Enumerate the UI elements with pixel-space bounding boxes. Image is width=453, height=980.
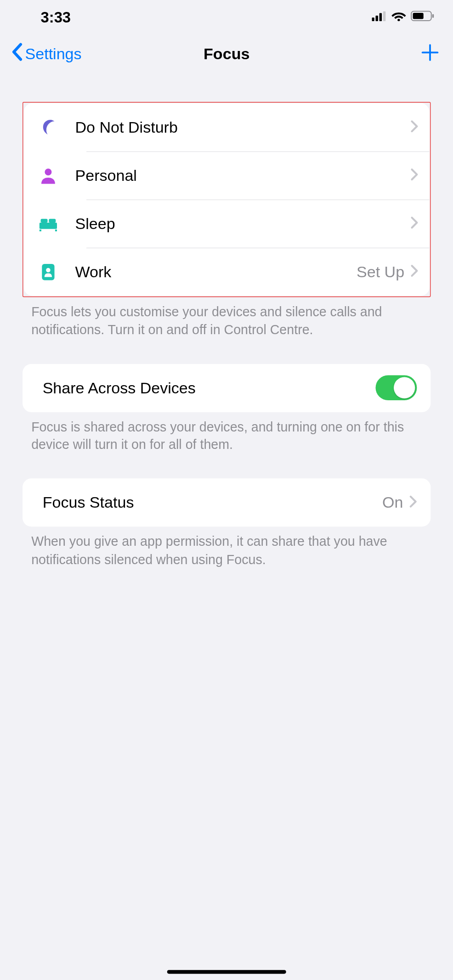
chevron-right-icon bbox=[411, 120, 418, 135]
status-bar: 3:33 bbox=[0, 0, 453, 34]
wifi-icon bbox=[391, 11, 407, 24]
svg-point-17 bbox=[46, 268, 51, 272]
badge-icon bbox=[33, 263, 64, 281]
svg-rect-15 bbox=[55, 229, 57, 231]
share-label: Share Across Devices bbox=[43, 379, 376, 397]
focus-status-row[interactable]: Focus Status On bbox=[23, 479, 430, 527]
svg-rect-0 bbox=[372, 17, 374, 21]
svg-rect-6 bbox=[413, 13, 424, 19]
back-label: Settings bbox=[25, 45, 82, 63]
add-button[interactable] bbox=[421, 43, 440, 64]
list-item-label: Work bbox=[75, 263, 357, 281]
status-icons bbox=[372, 11, 434, 24]
svg-rect-13 bbox=[49, 218, 56, 222]
home-indicator[interactable] bbox=[167, 970, 286, 974]
nav-bar: Settings Focus bbox=[0, 34, 453, 73]
list-item-value: Set Up bbox=[357, 263, 404, 281]
focus-status-footer: When you give an app permission, it can … bbox=[23, 527, 430, 569]
share-across-devices-row: Share Across Devices bbox=[23, 364, 430, 412]
focus-modes-list: Do Not Disturb Personal bbox=[24, 103, 430, 296]
battery-icon bbox=[411, 11, 435, 24]
bed-icon bbox=[33, 216, 64, 231]
list-item-label: Do Not Disturb bbox=[75, 118, 411, 137]
status-time: 3:33 bbox=[41, 8, 71, 26]
cellular-icon bbox=[372, 11, 387, 23]
svg-rect-12 bbox=[41, 218, 48, 222]
focus-modes-footer: Focus lets you customise your devices an… bbox=[23, 297, 430, 339]
list-item-do-not-disturb[interactable]: Do Not Disturb bbox=[24, 103, 430, 151]
svg-rect-2 bbox=[379, 13, 382, 21]
back-button[interactable]: Settings bbox=[11, 43, 82, 65]
focus-status-value: On bbox=[382, 494, 403, 512]
focus-modes-highlight: Do Not Disturb Personal bbox=[23, 102, 430, 297]
chevron-right-icon bbox=[411, 168, 418, 183]
svg-point-4 bbox=[397, 19, 400, 21]
svg-rect-7 bbox=[432, 14, 434, 18]
chevron-right-icon bbox=[411, 264, 418, 280]
share-footer: Focus is shared across your devices, and… bbox=[23, 412, 430, 454]
focus-status-group: Focus Status On bbox=[23, 479, 430, 527]
svg-rect-1 bbox=[376, 15, 378, 21]
page-title: Focus bbox=[204, 45, 249, 63]
svg-point-10 bbox=[45, 168, 51, 175]
list-item-label: Personal bbox=[75, 166, 411, 185]
chevron-left-icon bbox=[11, 43, 23, 65]
share-toggle[interactable] bbox=[376, 375, 417, 401]
list-item-sleep[interactable]: Sleep bbox=[24, 200, 430, 248]
chevron-right-icon bbox=[411, 216, 418, 231]
share-group: Share Across Devices bbox=[23, 364, 430, 412]
list-item-work[interactable]: Work Set Up bbox=[24, 248, 430, 296]
svg-rect-11 bbox=[40, 222, 57, 229]
switch-knob bbox=[394, 377, 415, 398]
chevron-right-icon bbox=[409, 495, 417, 510]
svg-rect-14 bbox=[40, 229, 41, 231]
moon-icon bbox=[33, 118, 64, 137]
svg-rect-3 bbox=[383, 11, 385, 21]
focus-status-label: Focus Status bbox=[43, 494, 382, 512]
list-item-personal[interactable]: Personal bbox=[24, 151, 430, 200]
person-icon bbox=[33, 167, 64, 184]
list-item-label: Sleep bbox=[75, 214, 411, 233]
